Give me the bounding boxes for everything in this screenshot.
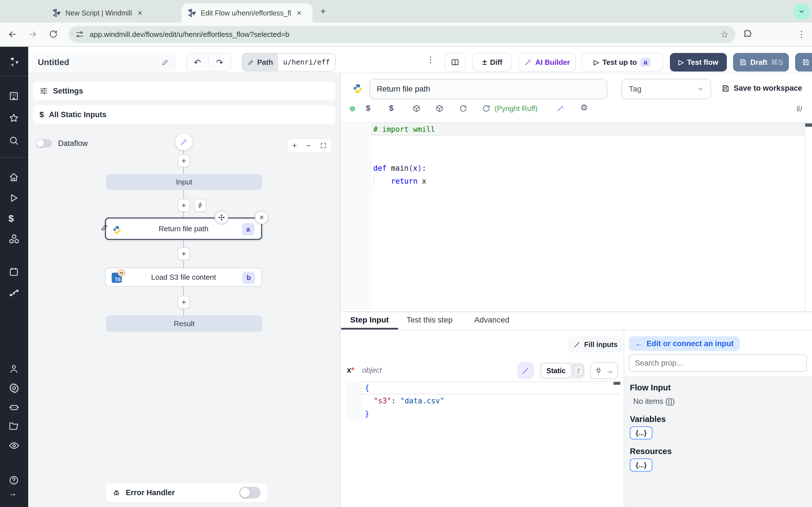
flow-input-node[interactable]: Input — [106, 174, 262, 190]
lint-status[interactable]: (Pyright Ruff) — [495, 104, 538, 113]
sidebar-item-settings[interactable] — [8, 383, 20, 394]
close-icon[interactable]: × — [138, 8, 143, 18]
flow-step-node-a[interactable]: Return file path a — [105, 217, 262, 240]
browser-tab-inactive[interactable]: New Script | Windmill × — [46, 3, 177, 22]
sidebar-item-search[interactable] — [8, 135, 19, 146]
close-icon[interactable]: × — [297, 8, 302, 18]
sidebar-item-home[interactable] — [8, 172, 19, 182]
sidebar-collapse-icon[interactable]: → — [8, 489, 17, 498]
browser-tab-active[interactable]: Edit Flow u/henri/effortless_fl × — [182, 3, 312, 22]
flow-step-node-b[interactable]: TS Load S3 file content b — [105, 268, 262, 287]
variables-tool-icon[interactable]: $ — [366, 104, 370, 113]
delete-step-button[interactable]: × — [255, 211, 268, 224]
reload-icon[interactable] — [49, 29, 58, 39]
sidebar-item-resources[interactable] — [8, 233, 20, 244]
code-line-4: def main(x): — [373, 162, 426, 175]
package-icon[interactable] — [412, 104, 421, 113]
tab-advanced[interactable]: Advanced — [474, 316, 509, 325]
test-up-to-label: Test up to — [602, 58, 637, 67]
scrollbar-thumb[interactable] — [613, 382, 620, 385]
save-to-workspace-button[interactable]: Save to workspace — [721, 84, 802, 93]
scrollbar-thumb[interactable] — [805, 123, 812, 127]
test-flow-button[interactable]: ▷ Test flow — [670, 53, 727, 71]
code-editor[interactable]: # import wmill def main(x): return x — [341, 122, 812, 311]
sidebar-item-users[interactable] — [8, 363, 19, 374]
sidebar-item-ai-agents[interactable] — [8, 402, 20, 413]
sidebar-item-routes[interactable] — [8, 287, 20, 298]
sidebar-item-audit-logs[interactable] — [8, 440, 20, 451]
zoom-out-icon[interactable]: − — [306, 141, 311, 150]
extensions-icon[interactable] — [743, 29, 752, 39]
path-button[interactable]: Path — [243, 54, 278, 71]
path-value[interactable]: u/henri/eff — [278, 54, 335, 71]
add-trigger-button[interactable] — [194, 199, 206, 212]
dataflow-toggle[interactable] — [36, 139, 52, 148]
plug-icon[interactable] — [595, 367, 602, 374]
json-arg-editor[interactable]: { "s3": "data.csv" } — [346, 381, 620, 420]
static-mode-button[interactable]: Static — [541, 363, 571, 378]
zoom-in-icon[interactable]: + — [292, 141, 297, 150]
undo-button[interactable]: ↶ — [187, 57, 209, 67]
step-title-field[interactable]: Return file path — [369, 79, 607, 99]
chrome-menu-icon[interactable]: ⋮ — [797, 29, 806, 39]
back-icon[interactable] — [7, 29, 17, 40]
variables-object-button[interactable]: {...} — [630, 427, 652, 439]
flow-result-node[interactable]: Result — [106, 316, 262, 332]
tab-step-input[interactable]: Step Input — [350, 316, 389, 325]
diff-button[interactable]: ± Diff — [472, 53, 512, 71]
docs-button[interactable] — [444, 53, 466, 71]
redo-button[interactable]: ↷ — [209, 57, 231, 67]
more-options-icon[interactable]: ⋮ — [426, 55, 435, 64]
resources-tool-icon[interactable]: $ — [389, 104, 394, 113]
ai-builder-button[interactable]: AI Builder — [518, 53, 576, 71]
all-static-inputs-button[interactable]: $ All Static Inputs — [33, 105, 336, 124]
add-step-button[interactable]: + — [177, 199, 190, 212]
deploy-button[interactable]: Deploy — [795, 53, 812, 71]
arrow-right-icon[interactable]: → — [606, 367, 613, 375]
javascript-mode-button[interactable]: ƒ — [573, 365, 583, 376]
sidebar-item-folders[interactable] — [8, 421, 19, 432]
resources-object-button[interactable]: {...} — [630, 459, 652, 471]
tag-select[interactable]: Tag — [621, 79, 711, 99]
add-step-button[interactable]: + — [177, 154, 190, 167]
test-up-to-button[interactable]: ▷ Test up to a — [581, 53, 663, 71]
magic-wand-icon — [522, 367, 529, 375]
bookmark-star-icon[interactable]: ☆ — [720, 29, 728, 40]
forward-icon[interactable] — [28, 29, 38, 40]
reload-icon[interactable] — [459, 104, 467, 113]
ai-flow-wand-button[interactable] — [175, 133, 192, 151]
tab-test-this-step[interactable]: Test this step — [407, 316, 453, 325]
edit-or-connect-button[interactable]: ← Edit or connect an input — [629, 336, 740, 351]
sidebar-item-runs[interactable] — [8, 193, 19, 203]
add-step-button[interactable]: + — [177, 296, 190, 309]
tab-search-button[interactable] — [794, 4, 809, 19]
sidebar-item-variables[interactable]: $ — [8, 213, 14, 224]
flow-name-field[interactable]: Untitled — [31, 53, 176, 71]
package-icon[interactable] — [435, 104, 444, 113]
sidebar-item-help[interactable] — [8, 475, 19, 486]
library-icon[interactable] — [796, 104, 804, 113]
windmill-logo-icon[interactable] — [8, 56, 20, 68]
draft-button[interactable]: Draft ⌘S — [733, 53, 789, 71]
add-step-button[interactable]: + — [177, 247, 190, 260]
reload-icon[interactable] — [482, 104, 491, 113]
error-handler-card[interactable]: Error Handler — [106, 483, 267, 502]
ai-fill-button[interactable] — [517, 362, 534, 379]
expand-icon[interactable] — [320, 142, 327, 149]
new-tab-button[interactable]: + — [320, 6, 326, 17]
sidebar-item-workspace[interactable] — [8, 91, 19, 101]
path-group[interactable]: Path u/henri/eff — [242, 53, 336, 71]
editor-settings-gear-icon[interactable]: ⚙ — [580, 103, 588, 112]
ai-wand-icon[interactable] — [557, 104, 564, 112]
fill-inputs-button[interactable]: Fill inputs — [568, 336, 623, 353]
url-bar[interactable]: app.windmill.dev/flows/edit/u/henri/effo… — [69, 26, 735, 43]
site-settings-icon[interactable] — [75, 30, 84, 39]
edit-step-pencil-icon[interactable] — [100, 223, 109, 231]
sidebar-item-favorites[interactable] — [8, 113, 19, 123]
move-step-handle[interactable] — [215, 211, 229, 224]
edit-pencil-icon[interactable] — [161, 58, 169, 66]
sidebar-item-schedules[interactable] — [8, 267, 19, 277]
flow-settings-button[interactable]: Settings — [33, 82, 336, 100]
search-prop-input[interactable] — [629, 354, 807, 372]
error-handler-toggle[interactable] — [239, 487, 260, 499]
